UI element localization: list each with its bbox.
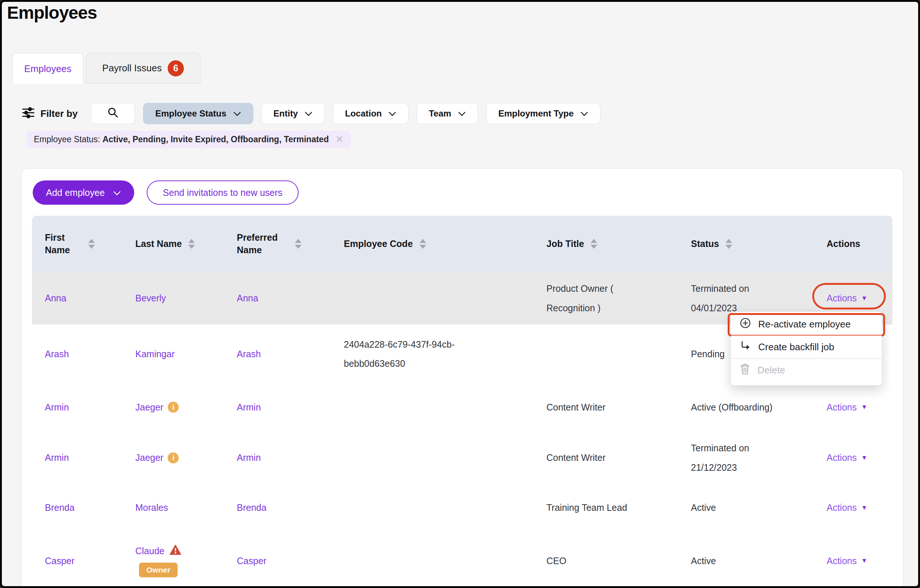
employee-code-cell [331,383,533,431]
sort-icon[interactable] [420,239,426,249]
status-cell: Active [691,498,814,517]
first-name-link[interactable]: Armin [45,402,69,412]
row-actions-button[interactable]: Actions▼ [827,402,867,413]
employee-code-cell [331,485,533,531]
caret-down-icon: ▼ [861,557,867,564]
chevron-down-icon [580,108,588,119]
sort-icon[interactable] [295,239,301,249]
info-icon[interactable]: i [168,452,179,464]
preferred-name-link[interactable]: Armin [237,402,261,412]
search-icon [107,107,119,121]
col-header-first-name[interactable]: First Name [32,216,122,272]
col-header-job-title[interactable]: Job Title [533,216,678,272]
chevron-down-icon [113,187,121,198]
filter-team-label: Team [429,108,451,119]
chevron-down-icon [388,108,396,119]
tab-employees[interactable]: Employees [12,53,83,84]
remove-filter-icon[interactable]: ✕ [335,134,343,145]
employees-table: First Name Last Name Preferred Name Empl… [32,216,892,588]
send-invitations-label: Send invitations to new users [163,187,282,198]
preferred-name-link[interactable]: Brenda [237,502,267,513]
filter-by-label: Filter by [22,106,78,121]
row-actions-button[interactable]: Actions▼ [827,502,867,513]
search-button[interactable] [91,103,135,124]
job-title-cell: CEO [546,551,678,571]
chevron-down-icon [233,108,241,119]
preferred-name-link[interactable]: Anna [237,293,258,303]
active-filter-chip: Employee Status: Active, Pending, Invite… [26,131,351,148]
employee-code-cell [331,272,533,325]
table-row-casper-claude: Casper Claude Owner Casper CEO Active Ac… [32,531,892,588]
last-name-link[interactable]: Morales [135,502,168,513]
menu-item-label: Delete [758,365,785,376]
last-name-link[interactable]: Kamingar [135,349,175,359]
last-name-link[interactable]: Claude [135,546,164,556]
filter-location-label: Location [345,108,382,119]
caret-down-icon: ▼ [861,404,867,411]
tab-bar: Employees Payroll Issues 6 [12,53,201,84]
menu-item-label: Create backfill job [758,341,834,353]
send-invitations-button[interactable]: Send invitations to new users [147,181,298,205]
job-title-cell: Training Team Lead [546,498,678,517]
owner-badge: Owner [139,563,178,577]
filter-bar: Filter by Employee Status Entity Locatio… [22,103,601,124]
chip-text: Employee Status: Active, Pending, Invite… [34,134,329,144]
last-name-link[interactable]: Beverly [135,293,166,303]
row-actions-button[interactable]: Actions▼ [827,556,867,566]
job-title-cell: Content Writer [546,448,678,467]
col-header-status[interactable]: Status [678,216,814,272]
add-employee-button[interactable]: Add employee [33,181,134,205]
first-name-link[interactable]: Armin [45,452,69,463]
caret-down-icon: ▼ [861,295,867,302]
col-header-preferred-name[interactable]: Preferred Name [224,216,331,272]
first-name-link[interactable]: Casper [45,556,75,566]
table-row-armin-jaeger-2: Armin Jaegeri Armin Content Writer Termi… [32,431,892,485]
filter-employment-type-label: Employment Type [498,108,573,119]
col-header-actions: Actions [814,216,892,272]
caret-down-icon: ▼ [861,454,867,462]
menu-item-label: Re-activate employee [758,318,850,330]
last-name-link[interactable]: Jaeger [135,402,163,413]
preferred-name-link[interactable]: Casper [237,556,267,566]
row-actions-button[interactable]: Actions▼ [827,452,867,463]
sort-icon[interactable] [726,239,732,249]
filter-employee-status[interactable]: Employee Status [143,103,253,124]
menu-item-reactivate-employee[interactable]: Re-activate employee [731,313,882,336]
tab-employees-label: Employees [24,63,72,74]
preferred-name-link[interactable]: Arash [237,349,261,359]
add-employee-label: Add employee [46,187,105,198]
menu-item-create-backfill-job[interactable]: Create backfill job [731,336,882,358]
sort-icon[interactable] [88,239,95,249]
preferred-name-link[interactable]: Armin [237,452,261,463]
employee-code-cell: 2404a228-6c79-437f-94cb-bebb0d63e630 [344,335,533,373]
table-row-armin-jaeger-1: Armin Jaegeri Armin Content Writer Activ… [32,383,892,431]
first-name-link[interactable]: Arash [45,349,69,359]
tab-payroll-issues[interactable]: Payroll Issues 6 [86,53,201,83]
filter-team[interactable]: Team [416,103,478,124]
chip-value: Active, Pending, Invite Expired, Offboar… [103,134,329,144]
branch-arrow-icon [740,340,751,354]
filter-location[interactable]: Location [333,103,408,124]
first-name-link[interactable]: Anna [45,293,66,303]
first-name-link[interactable]: Brenda [45,502,75,513]
warning-icon[interactable] [170,544,181,557]
trash-icon [740,363,750,377]
table-header-row: First Name Last Name Preferred Name Empl… [32,216,892,272]
employees-page: Employees Employees Payroll Issues 6 Fil… [0,0,920,588]
last-name-link[interactable]: Jaeger [135,452,163,463]
row-actions-button[interactable]: Actions▼ [827,293,867,304]
filter-employment-type[interactable]: Employment Type [486,103,601,124]
job-title-cell [533,325,678,383]
col-header-employee-code[interactable]: Employee Code [331,216,533,272]
status-cell: Active [691,551,814,571]
table-row-brenda-morales: Brenda Morales Brenda Training Team Lead… [32,485,892,531]
status-cell: Active (Offboarding) [691,397,814,417]
col-header-last-name[interactable]: Last Name [122,216,224,272]
sort-icon[interactable] [591,239,597,249]
filter-sliders-icon [22,106,35,121]
filter-entity[interactable]: Entity [261,103,325,124]
job-title-cell: Content Writer [546,397,678,417]
info-icon[interactable]: i [168,402,179,413]
employee-code-cell [331,431,533,485]
sort-icon[interactable] [188,239,195,249]
